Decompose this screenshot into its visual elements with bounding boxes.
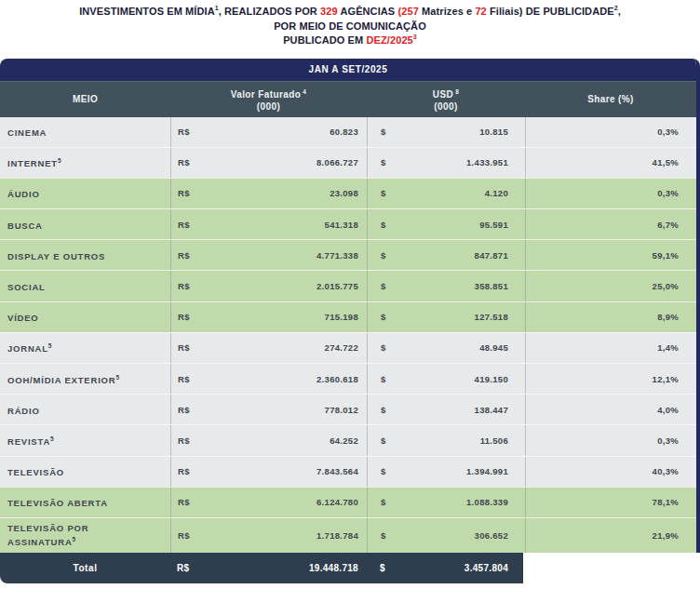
title-segment: Matrizes e [419, 6, 476, 17]
share-cell: 1,4% [525, 333, 696, 363]
usd-value: 358.851 [475, 281, 508, 291]
valor-faturado-value: 23.098 [330, 188, 358, 198]
usd-cell: $ 138.447 [367, 395, 525, 424]
media-name-cell: CINEMA [0, 117, 170, 147]
usd-symbol: $ [381, 374, 386, 384]
usd-value: 419.150 [475, 374, 508, 384]
usd-cell: $ 1.433.951 [367, 148, 525, 178]
title-line-2: POR MEIO DE COMUNICAÇÃO [0, 20, 700, 34]
media-name: JORNAL [7, 343, 48, 354]
brl-symbol: R$ [178, 250, 190, 261]
table-row: BUSCA R$ 541.318 $ 95.591 6,7% [0, 208, 696, 239]
usd-value: 4.120 [485, 188, 508, 198]
share-cell: 78,1% [525, 488, 696, 517]
brl-symbol: R$ [178, 435, 190, 446]
share-value: 0,3% [657, 435, 679, 446]
valor-faturado-cell: R$ 60.823 [170, 117, 367, 147]
usd-cell: $ 1.088.339 [367, 488, 525, 517]
valor-faturado-value: 2.360.618 [316, 374, 358, 384]
total-usd-value: 3.457.804 [464, 563, 508, 573]
table-row: TELEVISÃO R$ 7.843.564 $ 1.394.991 40,3% [0, 456, 696, 487]
footnote-marker: 5 [58, 157, 61, 164]
media-name-cell: ÁUDIO [0, 179, 170, 208]
filiais-count: 72 [475, 6, 486, 17]
title-segment: Filiais) DE PUBLICIDADE [487, 6, 614, 17]
brl-symbol: R$ [178, 281, 190, 291]
total-label: Total [0, 563, 170, 573]
media-name-cell: SOCIAL [0, 271, 170, 301]
usd-unit: (000) [434, 100, 457, 113]
valor-faturado-cell: R$ 778.012 [170, 395, 367, 424]
period-label: JAN A SET/2025 [309, 64, 388, 74]
share-value: 4,0% [657, 405, 679, 415]
share-value: 0,3% [657, 127, 679, 137]
valor-faturado-cell: R$ 2.015.775 [170, 271, 367, 301]
total-valor-cell: R$ 19.448.718 [170, 563, 367, 573]
usd-label: USD8 [433, 86, 459, 100]
media-name-cell: REVISTA5 [0, 425, 170, 455]
share-cell: 59,1% [525, 240, 696, 270]
valor-faturado-value: 778.012 [325, 405, 358, 415]
valor-faturado-cell: R$ 64.252 [170, 425, 367, 455]
share-value: 40,3% [653, 466, 679, 476]
table-row: INTERNET5 R$ 8.066.727 $ 1.433.951 41,5% [0, 147, 696, 178]
table-row: VÍDEO R$ 715.198 $ 127.518 8,9% [0, 301, 696, 332]
brl-symbol: R$ [178, 127, 190, 137]
publication-date: DEZ/2025 [366, 34, 412, 46]
table-row: SOCIAL R$ 2.015.775 $ 358.851 25,0% [0, 270, 696, 301]
footnote-8-marker: 8 [455, 88, 459, 95]
usd-value: 95.591 [479, 220, 508, 230]
media-name: SOCIAL [7, 282, 46, 292]
media-name: RÁDIO [7, 406, 40, 416]
usd-symbol: $ [381, 530, 386, 541]
media-name-cell: JORNAL5 [0, 333, 170, 363]
usd-value: 11.506 [480, 435, 508, 446]
share-cell: 0,3% [525, 117, 696, 147]
media-name-cell: TELEVISÃO [0, 457, 170, 487]
footnote-3-marker: 3 [413, 33, 417, 40]
media-name: OOH/MÍDIA EXTERIOR [7, 375, 115, 385]
footnote-marker: 5 [115, 374, 119, 381]
investments-table: JAN A SET/2025 MEIO Valor Faturado4 (000… [0, 59, 700, 584]
table-row: CINEMA R$ 60.823 $ 10.815 0,3% [0, 117, 696, 147]
usd-symbol: $ [380, 563, 385, 573]
valor-faturado-cell: R$ 7.843.564 [170, 457, 367, 487]
share-cell: 12,1% [525, 364, 696, 394]
title-segment: AGÊNCIAS [338, 6, 398, 17]
media-name-cell: INTERNET5 [0, 148, 170, 178]
agencies-count: 329 [320, 6, 338, 17]
valor-faturado-cell: R$ 541.318 [170, 209, 367, 239]
usd-value: 306.652 [475, 530, 508, 541]
brl-symbol: R$ [178, 530, 190, 541]
brl-symbol: R$ [178, 497, 190, 507]
share-value: 41,5% [653, 157, 679, 167]
brl-symbol: R$ [178, 312, 190, 322]
title-segment: INVESTIMENTOS EM MÍDIA [79, 6, 215, 17]
media-name: TELEVISÃO ABERTA [7, 498, 108, 508]
table-row: OOH/MÍDIA EXTERIOR5 R$ 2.360.618 $ 419.1… [0, 363, 696, 394]
brl-symbol: R$ [178, 220, 190, 230]
share-value: 1,4% [657, 342, 679, 353]
total-usd-cell: $ 3.457.804 [367, 563, 523, 573]
share-value: 25,0% [653, 281, 679, 291]
media-name: CINEMA [7, 127, 47, 138]
share-value: 78,1% [653, 497, 679, 507]
usd-value: 138.447 [475, 405, 508, 415]
usd-cell: $ 11.506 [367, 425, 525, 455]
valor-faturado-cell: R$ 23.098 [170, 179, 367, 208]
valor-faturado-label: Valor Faturado4 [231, 86, 307, 100]
valor-faturado-value: 1.718.784 [316, 530, 358, 541]
share-cell: 25,0% [525, 271, 696, 301]
brl-symbol: R$ [178, 466, 190, 476]
table-row: DISPLAY E OUTROS R$ 4.771.338 $ 847.871 … [0, 239, 696, 270]
valor-faturado-value: 2.015.775 [316, 281, 358, 291]
share-cell: 40,3% [525, 457, 696, 487]
usd-symbol: $ [381, 435, 386, 446]
valor-faturado-value: 60.823 [330, 127, 358, 137]
share-cell: 8,9% [525, 302, 696, 332]
usd-cell: $ 95.591 [367, 209, 525, 239]
column-header-usd: USD8 (000) [367, 82, 525, 117]
media-name: ÁUDIO [7, 190, 40, 200]
usd-value: 10.815 [479, 127, 508, 137]
valor-faturado-value: 6.124.780 [316, 497, 358, 507]
